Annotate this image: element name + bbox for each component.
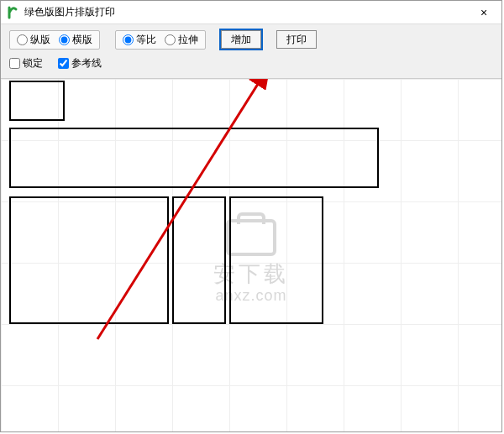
- titlebar: 绿色版图片排版打印 ×: [1, 1, 501, 24]
- lock-checkbox[interactable]: 锁定: [9, 56, 43, 71]
- layout-frame[interactable]: [9, 81, 65, 121]
- guides-checkbox-label: 参考线: [71, 56, 102, 71]
- radio-proportional-input[interactable]: [123, 34, 134, 45]
- lock-checkbox-label: 锁定: [23, 56, 43, 71]
- radio-stretch-label: 拉伸: [178, 33, 198, 47]
- layout-frame[interactable]: [172, 196, 226, 324]
- guides-checkbox[interactable]: 参考线: [58, 56, 102, 71]
- guides-checkbox-input[interactable]: [58, 58, 69, 69]
- scale-group: 等比 拉伸: [115, 30, 206, 50]
- radio-portrait[interactable]: 纵版: [17, 33, 50, 47]
- window-title: 绿色版图片排版打印: [24, 5, 471, 19]
- radio-landscape-input[interactable]: [59, 34, 70, 45]
- toolbar-row-1: 纵版 横版 等比 拉伸 增加 打印: [9, 29, 493, 50]
- close-button[interactable]: ×: [471, 3, 496, 22]
- radio-portrait-label: 纵版: [30, 33, 50, 47]
- radio-stretch[interactable]: 拉伸: [165, 33, 198, 47]
- lock-checkbox-input[interactable]: [9, 58, 20, 69]
- radio-proportional[interactable]: 等比: [123, 33, 156, 47]
- toolbar-row-2: 锁定 参考线: [9, 53, 493, 73]
- orientation-group: 纵版 横版: [9, 30, 100, 50]
- toolbar: 纵版 横版 等比 拉伸 增加 打印: [1, 24, 501, 79]
- radio-proportional-label: 等比: [136, 33, 156, 47]
- layout-frame[interactable]: [9, 128, 379, 188]
- layout-frame[interactable]: [9, 196, 169, 324]
- radio-portrait-input[interactable]: [17, 34, 28, 45]
- canvas[interactable]: 安下载 anxz.com: [1, 79, 501, 431]
- app-icon: [6, 6, 19, 19]
- add-button[interactable]: 增加: [221, 30, 261, 49]
- radio-stretch-input[interactable]: [165, 34, 176, 45]
- app-window: 绿色版图片排版打印 × 纵版 横版 等比: [0, 0, 502, 432]
- print-button[interactable]: 打印: [276, 30, 317, 49]
- radio-landscape[interactable]: 横版: [59, 33, 92, 47]
- radio-landscape-label: 横版: [72, 33, 92, 47]
- layout-frame[interactable]: [229, 196, 323, 324]
